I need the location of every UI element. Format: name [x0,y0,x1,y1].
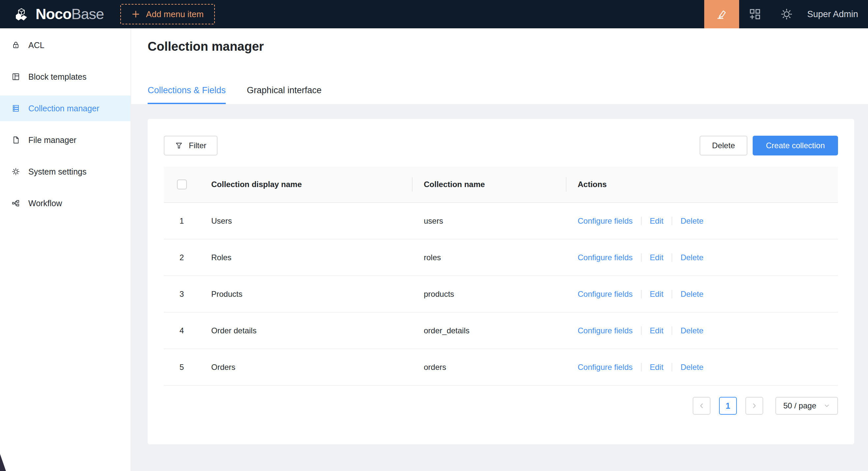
row-index: 3 [180,290,184,298]
next-page-button[interactable] [745,397,763,415]
edit-link[interactable]: Edit [650,290,663,299]
pagination: 1 50 / page [164,397,838,415]
delete-link[interactable]: Delete [681,290,703,299]
layout-icon [12,73,20,81]
table-header-row: Collection display name Collection name … [164,167,838,203]
action-divider [641,327,642,335]
table-row: 2 Roles roles Configure fields Edit Dele… [164,239,838,276]
chevron-left-icon [698,402,705,409]
collections-table: Collection display name Collection name … [164,167,838,386]
tab-collections-fields[interactable]: Collections & Fields [148,85,226,104]
collection-name: orders [424,363,446,372]
sidebar-item-label: System settings [28,167,86,176]
create-collection-button[interactable]: Create collection [753,136,838,156]
ui-editor-toggle-button[interactable] [704,0,739,28]
collection-display-name: Products [211,290,243,298]
collection-display-name: Roles [211,253,231,262]
collection-name: users [424,216,443,225]
row-index: 4 [180,326,184,335]
sidebar-item-block-templates[interactable]: Block templates [0,64,130,90]
row-actions: Configure fields Edit Delete [578,216,838,226]
column-header-display-name: Collection display name [200,167,412,203]
nocobase-logo-icon [14,6,30,23]
filter-button-label: Filter [189,141,206,150]
delete-link[interactable]: Delete [681,253,703,262]
tab-graphical-interface[interactable]: Graphical interface [247,85,322,104]
configure-fields-link[interactable]: Configure fields [578,326,633,335]
tab-bar: Collections & Fields Graphical interface [148,85,322,104]
configure-fields-link[interactable]: Configure fields [578,363,633,372]
action-divider [641,217,642,225]
edit-link[interactable]: Edit [650,363,663,372]
plus-icon [131,10,140,19]
toolbar-right-group: Delete Create collection [700,136,838,156]
collection-display-name: Users [211,216,232,225]
add-menu-item-button[interactable]: Add menu item [120,4,215,24]
workflow-icon [12,199,20,207]
sidebar-item-system-settings[interactable]: System settings [0,159,130,184]
select-all-checkbox[interactable] [177,179,187,190]
appstore-add-icon [749,8,761,21]
lock-icon [12,41,20,49]
configure-fields-link[interactable]: Configure fields [578,216,633,226]
sidebar-item-label: Workflow [28,199,62,208]
page-title: Collection manager [148,28,868,54]
nocobase-logo: NocoBase [0,6,104,23]
plugins-button[interactable] [739,8,771,21]
action-divider [641,290,642,298]
sidebar-item-label: Block templates [28,72,86,82]
navbar-right-group: Super Admin [704,0,868,28]
select-all-header [164,167,200,203]
funnel-icon [175,142,183,149]
database-icon [12,104,20,112]
row-actions: Configure fields Edit Delete [578,290,838,299]
delete-link[interactable]: Delete [681,216,703,226]
configure-fields-link[interactable]: Configure fields [578,290,633,299]
sidebar-item-collection-manager[interactable]: Collection manager [0,96,130,121]
collection-display-name: Order details [211,326,256,335]
sidebar-item-file-manager[interactable]: File manager [0,127,130,153]
chevron-down-icon [824,403,830,409]
row-actions: Configure fields Edit Delete [578,326,838,335]
table-row: 3 Products products Configure fields Edi… [164,276,838,312]
collections-card: Filter Delete Create collection Collecti… [148,119,854,444]
column-header-actions: Actions [566,167,838,203]
main-area: Collection manager Collections & Fields … [131,28,868,471]
collection-name: order_details [424,326,470,335]
page-header: Collection manager Collections & Fields … [131,28,868,104]
action-divider [672,217,672,225]
delete-link[interactable]: Delete [681,363,703,372]
action-divider [641,363,642,372]
highlighter-icon [715,8,728,21]
logo-wordmark: NocoBase [36,6,104,23]
user-menu[interactable]: Super Admin [807,9,858,20]
edit-link[interactable]: Edit [650,326,663,335]
row-index: 2 [180,253,184,262]
sidebar: ACL Block templates Collection manager [0,28,131,471]
page-size-select[interactable]: 50 / page [775,397,838,415]
table-row: 5 Orders orders Configure fields Edit De… [164,349,838,385]
collection-name: products [424,290,454,298]
settings-button[interactable] [771,8,802,21]
previous-page-button[interactable] [693,397,711,415]
configure-fields-link[interactable]: Configure fields [578,253,633,262]
filter-button[interactable]: Filter [164,136,217,156]
action-divider [672,363,672,372]
gear-icon [780,8,793,21]
delete-button[interactable]: Delete [700,136,747,156]
action-divider [672,290,672,298]
collection-name: roles [424,253,441,262]
edit-link[interactable]: Edit [650,253,663,262]
sidebar-item-label: File manager [28,135,76,145]
table-row: 1 Users users Configure fields Edit Dele… [164,203,838,239]
sidebar-item-acl[interactable]: ACL [0,32,130,58]
file-icon [12,136,20,144]
page-number-1[interactable]: 1 [719,397,737,415]
sidebar-item-label: Collection manager [28,104,99,113]
edit-link[interactable]: Edit [650,216,663,226]
chevron-right-icon [751,402,758,409]
sidebar-item-workflow[interactable]: Workflow [0,190,130,216]
delete-link[interactable]: Delete [681,326,703,335]
page-content: Filter Delete Create collection Collecti… [131,104,868,444]
action-divider [672,253,672,262]
